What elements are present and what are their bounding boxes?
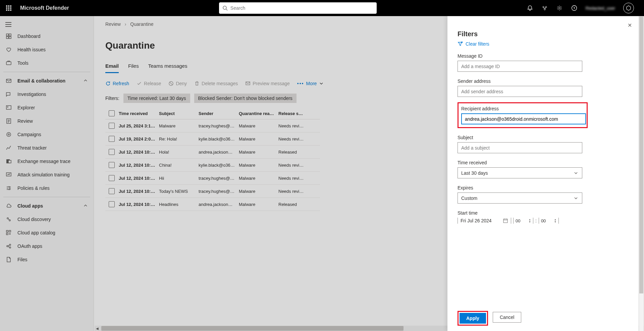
message-id-input[interactable] — [458, 61, 582, 72]
search-input[interactable] — [230, 5, 373, 11]
sender-address-input[interactable] — [458, 86, 582, 97]
avatar[interactable] — [623, 3, 634, 13]
svg-line-1 — [226, 9, 227, 10]
chevron-down-icon — [573, 170, 579, 176]
select-value: Custom — [461, 196, 477, 201]
recipient-address-label: Recipient address — [461, 106, 584, 111]
time-received-select[interactable]: Last 30 days — [458, 167, 582, 178]
start-time-label: Start time — [458, 210, 629, 216]
panel-title: Filters — [458, 30, 629, 38]
filter-clear-icon — [458, 41, 463, 47]
recipient-address-input[interactable] — [461, 113, 586, 124]
message-id-label: Message ID — [458, 53, 629, 59]
user-name: Redacted_user — [586, 6, 615, 11]
chevron-down-icon — [573, 196, 579, 201]
clear-filters-button[interactable]: Clear filters — [458, 41, 629, 47]
calendar-icon — [503, 218, 508, 223]
settings-icon[interactable] — [556, 5, 563, 11]
svg-point-0 — [223, 6, 226, 9]
top-bar: Microsoft Defender Redacted_user — [0, 0, 644, 16]
subject-label: Subject — [458, 135, 629, 140]
page-scrollbar[interactable] — [639, 16, 644, 331]
start-minute-input[interactable]: 00▲▼ — [539, 218, 559, 224]
svg-point-5 — [558, 7, 560, 9]
svg-rect-35 — [503, 219, 507, 223]
apply-button[interactable]: Apply — [460, 313, 486, 324]
close-button[interactable]: ✕ — [628, 22, 632, 29]
subject-input[interactable] — [458, 142, 582, 153]
recipient-highlight: Recipient address — [458, 102, 588, 128]
select-value: Last 30 days — [461, 170, 488, 176]
date-value: Fri Jul 26 2024 — [461, 218, 492, 223]
main-content: Review › Quarantine Quarantine Email Fil… — [94, 16, 644, 331]
cancel-button[interactable]: Cancel — [493, 312, 522, 323]
sender-address-label: Sender address — [458, 78, 629, 84]
expires-select[interactable]: Custom — [458, 192, 582, 204]
notifications-icon[interactable] — [527, 5, 533, 11]
start-hour-input[interactable]: 00▲▼ — [513, 218, 533, 224]
global-search[interactable] — [219, 2, 377, 14]
sidebar: Dashboard Health issues Tools Email & co… — [0, 16, 94, 331]
filters-panel: ✕ Filters Clear filters Message ID Sende… — [447, 16, 639, 331]
clear-filters-label: Clear filters — [466, 41, 489, 47]
svg-point-6 — [572, 6, 577, 11]
svg-marker-7 — [627, 6, 631, 10]
expires-label: Expires — [458, 185, 629, 190]
apply-highlight: Apply — [458, 311, 488, 326]
svg-point-4 — [544, 9, 545, 10]
start-date-input[interactable]: Fri Jul 26 2024 — [458, 218, 511, 224]
search-icon — [222, 5, 228, 11]
top-actions: Redacted_user — [527, 3, 634, 13]
time-received-label: Time received — [458, 160, 629, 165]
help-icon[interactable] — [571, 5, 578, 11]
community-icon[interactable] — [541, 5, 548, 11]
